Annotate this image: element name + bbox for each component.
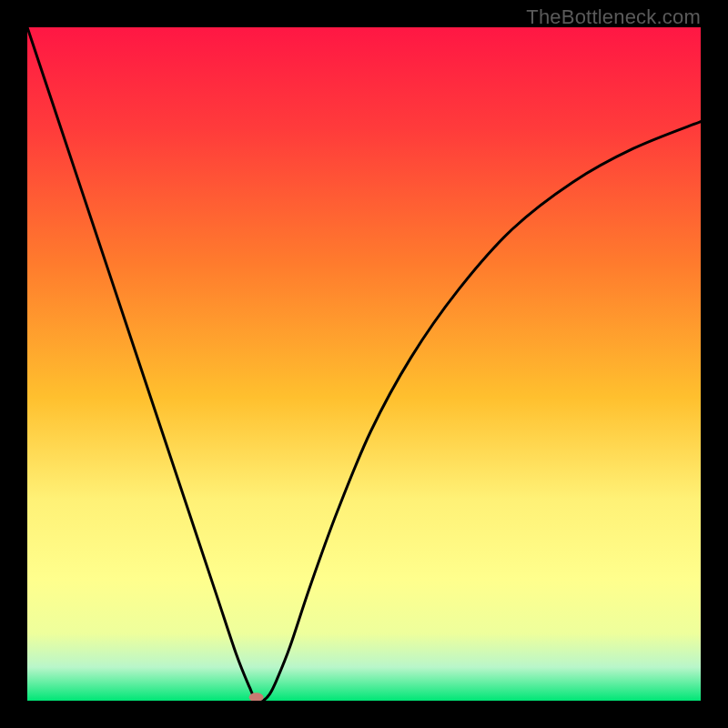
chart-frame: TheBottleneck.com [0, 0, 728, 728]
bottleneck-chart [27, 27, 701, 701]
watermark-text: TheBottleneck.com [526, 5, 701, 29]
gradient-background [27, 27, 701, 701]
plot-area [27, 27, 701, 701]
